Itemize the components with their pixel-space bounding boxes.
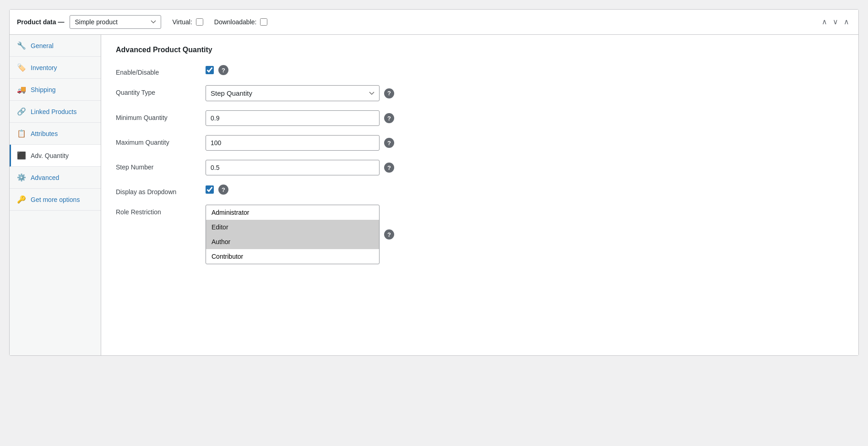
minimum-quantity-control: ? [206, 110, 844, 126]
sidebar-item-general[interactable]: 🔧 General [10, 35, 101, 57]
step-number-input[interactable] [206, 160, 380, 175]
step-number-row: Step Number ? [116, 160, 844, 175]
downloadable-label: Downloadable: [214, 18, 257, 26]
quantity-type-label: Quantity Type [116, 85, 198, 96]
virtual-checkbox-group: Virtual: [172, 18, 203, 26]
sidebar: 🔧 General 🏷️ Inventory 🚚 Shipping 🔗 Link… [10, 35, 101, 355]
role-restriction-control: Administrator Editor Author Contributor … [206, 205, 844, 264]
enable-disable-control: ? [206, 65, 844, 75]
sidebar-label-shipping: Shipping [31, 86, 56, 93]
quantity-type-control: Step Quantity Fixed Quantity Decimal Qua… [206, 85, 844, 101]
sidebar-label-linked-products: Linked Products [31, 108, 76, 115]
downloadable-checkbox[interactable] [260, 18, 267, 26]
sidebar-item-advanced[interactable]: ⚙️ Advanced [10, 167, 101, 189]
display-dropdown-help-icon[interactable]: ? [218, 185, 228, 195]
minimum-quantity-label: Minimum Quantity [116, 110, 198, 121]
tag-icon: 🏷️ [17, 63, 26, 72]
quantity-type-row: Quantity Type Step Quantity Fixed Quanti… [116, 85, 844, 101]
minimum-quantity-row: Minimum Quantity ? [116, 110, 844, 126]
main-content: Advanced Product Quantity Enable/Disable… [101, 35, 858, 355]
gear-icon: ⚙️ [17, 173, 26, 182]
header-arrows: ∧ ∨ ∧ [820, 17, 851, 27]
quantity-type-help-icon[interactable]: ? [384, 88, 394, 98]
virtual-checkbox[interactable] [196, 18, 203, 26]
box-icon: ⬛ [17, 151, 26, 160]
role-option-editor[interactable]: Editor [206, 220, 379, 234]
collapse-down-button[interactable]: ∨ [831, 17, 840, 27]
display-dropdown-row: Display as Dropdown ? [116, 185, 844, 196]
collapse-button[interactable]: ∧ [842, 17, 851, 27]
enable-disable-row: Enable/Disable ? [116, 65, 844, 76]
sidebar-label-attributes: Attributes [31, 130, 58, 137]
step-number-control: ? [206, 160, 844, 175]
sidebar-item-linked-products[interactable]: 🔗 Linked Products [10, 101, 101, 123]
product-type-select[interactable]: Simple product [70, 15, 161, 29]
minimum-quantity-help-icon[interactable]: ? [384, 113, 394, 123]
sidebar-item-inventory[interactable]: 🏷️ Inventory [10, 57, 101, 79]
sidebar-label-advanced: Advanced [31, 174, 59, 181]
virtual-label: Virtual: [172, 18, 192, 26]
sidebar-label-get-more-options: Get more options [31, 196, 80, 203]
role-option-author[interactable]: Author [206, 234, 379, 249]
sidebar-label-adv-quantity: Adv. Quantity [31, 152, 69, 159]
display-dropdown-checkbox[interactable] [206, 185, 214, 194]
minimum-quantity-input[interactable] [206, 110, 380, 126]
enable-disable-help-icon[interactable]: ? [218, 65, 228, 75]
sidebar-item-shipping[interactable]: 🚚 Shipping [10, 79, 101, 101]
role-listbox-container: Administrator Editor Author Contributor [206, 205, 380, 264]
maximum-quantity-control: ? [206, 135, 844, 151]
sidebar-item-attributes[interactable]: 📋 Attributes [10, 123, 101, 145]
maximum-quantity-row: Maximum Quantity ? [116, 135, 844, 151]
sidebar-item-get-more-options[interactable]: 🔑 Get more options [10, 189, 101, 211]
collapse-up-button[interactable]: ∧ [820, 17, 829, 27]
wrench-icon: 🔧 [17, 41, 26, 50]
product-data-panel: Product data — Simple product Virtual: D… [9, 9, 859, 356]
step-number-help-icon[interactable]: ? [384, 163, 394, 173]
role-restriction-label: Role Restriction [116, 205, 198, 216]
product-data-title: Product data — [17, 18, 64, 26]
role-option-contributor[interactable]: Contributor [206, 249, 379, 264]
role-restriction-help-icon[interactable]: ? [384, 229, 394, 239]
maximum-quantity-label: Maximum Quantity [116, 135, 198, 146]
product-data-body: 🔧 General 🏷️ Inventory 🚚 Shipping 🔗 Link… [10, 35, 858, 355]
section-title: Advanced Product Quantity [116, 46, 844, 54]
sidebar-item-adv-quantity[interactable]: ⬛ Adv. Quantity [10, 145, 101, 167]
role-option-administrator[interactable]: Administrator [206, 205, 379, 220]
sidebar-label-general: General [31, 42, 54, 49]
sidebar-label-inventory: Inventory [31, 64, 57, 71]
downloadable-checkbox-group: Downloadable: [214, 18, 268, 26]
step-number-label: Step Number [116, 160, 198, 171]
enable-disable-label: Enable/Disable [116, 65, 198, 76]
role-restriction-listbox[interactable]: Administrator Editor Author Contributor [206, 205, 380, 264]
truck-icon: 🚚 [17, 85, 26, 94]
list-icon: 📋 [17, 129, 26, 138]
key-icon: 🔑 [17, 195, 26, 204]
maximum-quantity-help-icon[interactable]: ? [384, 138, 394, 148]
display-dropdown-label: Display as Dropdown [116, 185, 198, 196]
enable-disable-checkbox[interactable] [206, 66, 214, 74]
maximum-quantity-input[interactable] [206, 135, 380, 151]
link-icon: 🔗 [17, 107, 26, 116]
display-dropdown-control: ? [206, 185, 844, 195]
product-data-header: Product data — Simple product Virtual: D… [10, 10, 858, 35]
quantity-type-select[interactable]: Step Quantity Fixed Quantity Decimal Qua… [206, 85, 380, 101]
role-restriction-row: Role Restriction Administrator Editor Au… [116, 205, 844, 264]
